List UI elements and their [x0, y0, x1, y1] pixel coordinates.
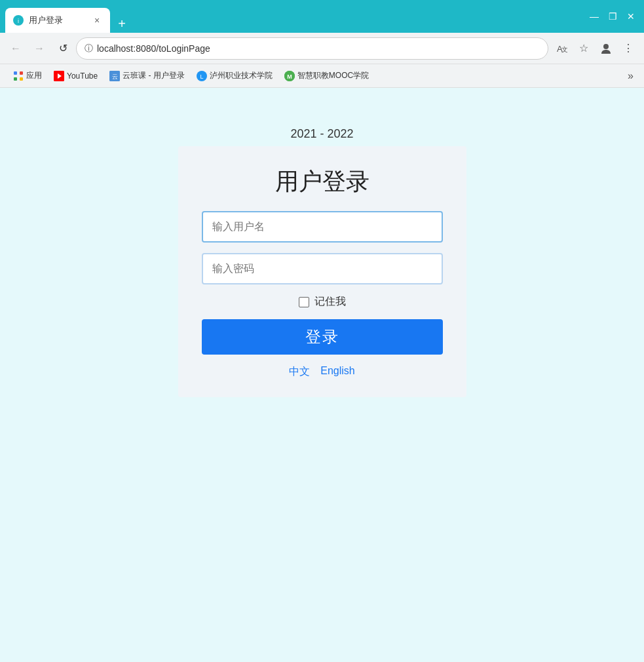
active-tab[interactable]: i 用户登录 ×: [5, 8, 110, 33]
svg-rect-7: [14, 77, 17, 81]
svg-text:M: M: [287, 73, 292, 80]
bookmark-button[interactable]: ☆: [573, 38, 594, 59]
luzhou-label: 泸州职业技术学院: [210, 70, 273, 81]
tab-title: 用户登录: [29, 14, 86, 26]
close-button[interactable]: ✕: [623, 9, 639, 24]
url-input[interactable]: [97, 43, 540, 54]
bookmarks-more-button[interactable]: »: [625, 68, 636, 85]
bookmark-apps[interactable]: 应用: [8, 68, 47, 84]
login-card: 用户登录 记住我 登录 中文 English: [178, 146, 466, 397]
bookmark-mooc[interactable]: M 智慧职教MOOC学院: [279, 68, 374, 84]
luzhou-favicon: L: [197, 71, 207, 81]
mooc-label: 智慧职教MOOC学院: [297, 70, 369, 81]
svg-point-4: [603, 44, 609, 49]
year-label: 2021 - 2022: [290, 127, 353, 141]
tab-close-button[interactable]: ×: [92, 15, 102, 26]
svg-rect-8: [20, 77, 23, 81]
remember-me-checkbox[interactable]: [299, 297, 309, 307]
mooc-favicon: M: [284, 71, 295, 81]
browser-frame: i 用户登录 × + — ❒ ✕ ← → ↺ ⓘ A文 ☆: [0, 0, 644, 662]
yunbanke-favicon: 云: [109, 71, 120, 81]
minimize-button[interactable]: —: [586, 9, 602, 24]
tab-favicon: i: [13, 15, 24, 26]
svg-rect-6: [20, 71, 23, 75]
window-controls: — ❒ ✕: [586, 9, 639, 24]
new-tab-button[interactable]: +: [113, 14, 131, 33]
bookmark-youtube[interactable]: YouTube: [48, 68, 103, 84]
title-bar: i 用户登录 × + — ❒ ✕: [0, 0, 644, 33]
reload-button[interactable]: ↺: [52, 38, 73, 59]
youtube-label: YouTube: [67, 71, 98, 81]
page-content: 2021 - 2022 用户登录 记住我 登录 中文 English: [0, 88, 644, 662]
forward-button[interactable]: →: [29, 38, 50, 59]
password-input[interactable]: [202, 253, 443, 284]
secure-icon: ⓘ: [85, 43, 93, 54]
maximize-button[interactable]: ❒: [605, 9, 620, 24]
address-bar[interactable]: ⓘ: [76, 37, 548, 60]
svg-text:L: L: [200, 73, 203, 80]
toolbar-icons: A文 ☆ ⋮: [551, 38, 639, 59]
yunbanke-label: 云班课 - 用户登录: [123, 70, 185, 81]
bookmark-luzhou[interactable]: L 泸州职业技术学院: [191, 68, 278, 84]
back-button[interactable]: ←: [5, 38, 26, 59]
tab-area: i 用户登录 × +: [5, 0, 581, 33]
svg-text:云: 云: [112, 73, 118, 80]
language-links: 中文 English: [289, 365, 354, 379]
profile-button[interactable]: [596, 38, 616, 59]
apps-label: 应用: [26, 70, 42, 81]
remember-me-label: 记住我: [314, 295, 346, 309]
login-button[interactable]: 登录: [202, 319, 443, 355]
apps-favicon: [13, 71, 24, 81]
chinese-lang-link[interactable]: 中文: [289, 365, 310, 379]
svg-text:文: 文: [561, 46, 567, 53]
login-title: 用户登录: [275, 166, 369, 198]
english-lang-link[interactable]: English: [320, 365, 354, 379]
toolbar: ← → ↺ ⓘ A文 ☆ ⋮: [0, 33, 644, 64]
translate-button[interactable]: A文: [551, 38, 572, 59]
remember-me-container: 记住我: [299, 295, 346, 309]
bookmarks-bar: 应用 YouTube 云 云班课 - 用户登录 L 泸州职业技术学院 M: [0, 64, 644, 88]
svg-text:i: i: [18, 18, 19, 24]
username-input[interactable]: [202, 211, 443, 243]
bookmark-yunbanke[interactable]: 云 云班课 - 用户登录: [104, 68, 190, 84]
svg-rect-5: [14, 71, 17, 75]
menu-button[interactable]: ⋮: [618, 38, 639, 59]
youtube-favicon: [54, 71, 64, 81]
